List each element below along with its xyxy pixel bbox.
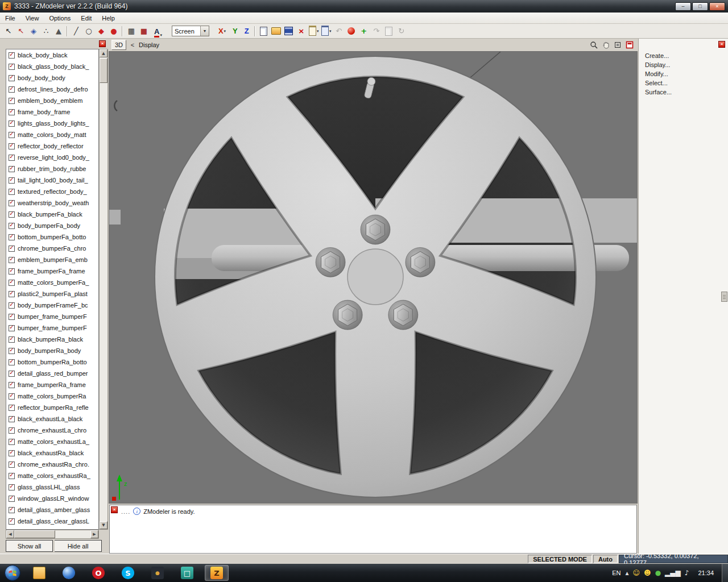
smiley-alt-icon[interactable]: ☻ [644, 569, 651, 577]
material-list-item[interactable]: ✓ frame_body_frame [6, 106, 98, 118]
material-list-item[interactable]: ✓ emblem_bumperFa_emb [6, 254, 98, 265]
checkbox-checked[interactable]: ✓ [9, 291, 15, 297]
view-back-button[interactable]: < [129, 41, 136, 48]
material-list-item[interactable]: ✓ plastic2_bumperFa_plast [6, 288, 98, 300]
volume-icon[interactable]: ♪ [685, 569, 689, 577]
material-list-item[interactable]: ✓ black_bumperRa_black [6, 334, 98, 345]
checkbox-checked[interactable]: ✓ [9, 166, 15, 172]
menu-item[interactable]: Options [44, 14, 76, 23]
checkbox-checked[interactable]: ✓ [9, 98, 15, 104]
faces-mode-icon[interactable]: ▲▾ [52, 25, 65, 38]
browser-icon[interactable] [57, 565, 81, 581]
checkbox-checked[interactable]: ✓ [9, 518, 15, 525]
menu-item[interactable]: Help [97, 14, 120, 23]
checkbox-checked[interactable]: ✓ [9, 507, 15, 513]
smiley-icon[interactable]: ☺ [633, 569, 640, 577]
sidebar-vertical-scrollbar[interactable]: ▲ ▼ [99, 49, 108, 530]
scroll-left-icon[interactable]: ◀ [6, 530, 14, 538]
select-icon[interactable]: ↖▾ [2, 25, 15, 38]
close-button[interactable]: × [709, 2, 725, 11]
checkbox-checked[interactable]: ✓ [9, 52, 15, 59]
dot-tool-icon[interactable]: ●▾ [107, 25, 120, 38]
panel-item-create[interactable]: Create... [639, 51, 728, 60]
scrollbar-thumb[interactable] [14, 530, 55, 538]
material-list-item[interactable]: ✓ body_bumperFa_body [6, 220, 98, 231]
panel-item-surface[interactable]: Surface... [639, 88, 728, 97]
toolbar-separator[interactable]: ▾ [254, 26, 256, 36]
panel-close-button[interactable]: × [718, 41, 725, 48]
checkbox-checked[interactable]: ✓ [9, 234, 15, 240]
material-list-item[interactable]: ✓ chrome_exhaustRa_chro. [6, 459, 98, 470]
add-object-icon[interactable]: +▾ [358, 25, 370, 38]
checkbox-checked[interactable]: ✓ [9, 64, 15, 70]
panel-item-display[interactable]: Display... [639, 60, 728, 69]
checkbox-checked[interactable]: ✓ [9, 223, 15, 229]
hide-all-button[interactable]: Hide all [55, 540, 102, 552]
checkbox-checked[interactable]: ✓ [9, 257, 15, 263]
teal-app-icon[interactable]: □ [175, 565, 199, 581]
new-file-icon[interactable]: ▾ [258, 25, 270, 38]
checkbox-checked[interactable]: ✓ [9, 211, 15, 218]
material-list-item[interactable]: ✓ body_body_body [6, 72, 98, 84]
checkbox-checked[interactable]: ✓ [9, 246, 15, 252]
checkbox-checked[interactable]: ✓ [9, 450, 15, 456]
material-list-item[interactable]: ✓ glass_glassLHL_glass [6, 481, 98, 493]
vertices-mode-icon[interactable]: ∴▾ [40, 25, 52, 38]
show-desktop-button[interactable] [722, 564, 728, 582]
scroll-up-icon[interactable]: ▲ [100, 49, 107, 57]
maximize-viewport-icon[interactable] [624, 40, 635, 50]
toolbar-separator[interactable]: ▾ [67, 26, 68, 36]
material-icon[interactable]: ■▾ [138, 25, 150, 38]
scroll-right-icon[interactable]: ▶ [90, 530, 98, 538]
auto-indicator[interactable]: Auto [593, 555, 618, 563]
zoom-icon[interactable] [589, 40, 599, 50]
material-list-item[interactable]: ✓ reverse_light_lod0_body_ [6, 152, 98, 163]
menu-item[interactable]: View [20, 14, 44, 23]
material-list-item[interactable]: ✓ reflector_bumperRa_refle [6, 402, 98, 413]
minimize-button[interactable]: – [675, 2, 691, 11]
material-list-item[interactable]: ✓ black_body_black [6, 49, 98, 61]
checkbox-checked[interactable]: ✓ [9, 416, 15, 422]
material-list-item[interactable]: ✓ window_glassLR_window [6, 493, 98, 504]
checkbox-checked[interactable]: ✓ [9, 473, 15, 479]
screen-mode-dropdown[interactable]: Screen ▼ [172, 26, 209, 36]
material-list-item[interactable]: ✓ reflector_body_reflector [6, 140, 98, 152]
opera-icon[interactable]: O [86, 565, 110, 581]
checkbox-checked[interactable]: ✓ [9, 325, 15, 331]
checkbox-checked[interactable]: ✓ [9, 120, 15, 127]
show-all-button[interactable]: Show all [6, 540, 53, 552]
title-bar[interactable]: Z 3333 - ZModeler ver 2.2.2 (Build 964) … [0, 0, 728, 13]
ellipse-tool-icon[interactable]: ○▾ [82, 25, 95, 38]
start-button[interactable] [3, 564, 22, 582]
checkbox-checked[interactable]: ✓ [9, 427, 15, 434]
panel-item-modify[interactable]: Modify... [639, 69, 728, 78]
material-list-item[interactable]: ✓ bottom_bumperRa_botto [6, 356, 98, 368]
viewport-3d-canvas[interactable]: z [109, 51, 638, 504]
zoom-extents-icon[interactable] [613, 40, 623, 50]
polyline-tool-icon[interactable]: ╱▾ [70, 25, 82, 38]
axis-y-button[interactable]: Y▾ [233, 27, 238, 35]
zmodeler-taskbar-icon[interactable]: Z [205, 565, 229, 581]
material-list-item[interactable]: ✓ frame_bumperRa_frame [6, 379, 98, 390]
snapshot-icon[interactable]: ▾ [383, 25, 395, 38]
checkbox-checked[interactable]: ✓ [9, 75, 15, 81]
render-sphere-icon[interactable]: ▾ [345, 25, 358, 38]
sidebar-close-button[interactable]: × [99, 40, 106, 47]
checkbox-checked[interactable]: ✓ [9, 302, 15, 309]
checkbox-checked[interactable]: ✓ [9, 336, 15, 343]
material-list-item[interactable]: ✓ chrome_bumperFa_chro [6, 243, 98, 254]
checkbox-checked[interactable]: ✓ [9, 393, 15, 400]
explorer-folder-icon[interactable] [27, 565, 51, 581]
material-list-item[interactable]: ✓ tail_light_lod0_body_tail_ [6, 174, 98, 186]
panel-item-select[interactable]: Select... [639, 78, 728, 88]
material-list-item[interactable]: ✓ black_bumperFa_black [6, 209, 98, 220]
checkbox-checked[interactable]: ✓ [9, 155, 15, 161]
grid-icon[interactable]: ▦▾ [125, 25, 138, 38]
checkbox-checked[interactable]: ✓ [9, 143, 15, 149]
material-list-item[interactable]: ✓ matte_colors_exhaustLa_ [6, 436, 98, 447]
language-indicator[interactable]: EN [612, 569, 621, 576]
material-list-item[interactable]: ✓ bottom_bumperFa_botto [6, 231, 98, 243]
font-color-button[interactable]: A ▾ [152, 25, 164, 38]
log-close-button[interactable]: × [111, 506, 118, 513]
material-list-item[interactable]: ✓ bumper_frame_bumperF [6, 322, 98, 334]
